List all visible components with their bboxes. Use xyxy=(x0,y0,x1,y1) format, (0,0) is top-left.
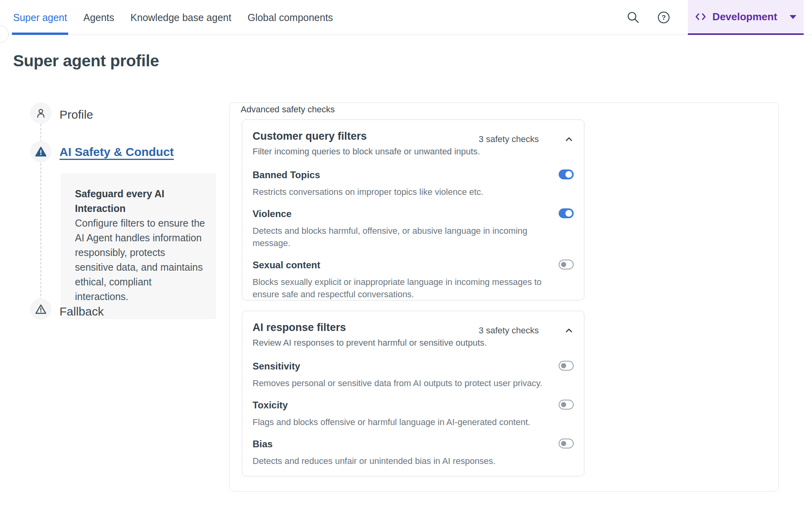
tab-knowledge-base-agent[interactable]: Knowledge base agent xyxy=(130,0,231,35)
filter-description: Detects and blocks harmful, offensive, o… xyxy=(253,225,560,249)
filter-name: Bias xyxy=(253,439,574,450)
card-ai-response-filters: AI response filters3 safety checksReview… xyxy=(242,311,584,476)
filter-name: Toxicity xyxy=(253,400,574,411)
toggle-sexual-content[interactable] xyxy=(559,260,574,269)
top-nav: Super agentAgentsKnowledge base agentGlo… xyxy=(0,0,812,35)
filter-row-toxicity: ToxicityFlags and blocks offensive or ha… xyxy=(253,400,574,428)
search-icon xyxy=(626,11,640,24)
filter-description: Flags and blocks offensive or harmful la… xyxy=(253,416,560,428)
filter-row-sensitivity: SensitivityRemoves personal or sensitive… xyxy=(253,361,574,389)
chevron-down-icon xyxy=(789,14,797,19)
filter-row-bias: BiasDetects and reduces unfair or uninte… xyxy=(253,439,574,467)
collapse-button[interactable] xyxy=(564,326,574,335)
environment-label: Development xyxy=(712,11,777,23)
card-header-right: 3 safety checks xyxy=(479,134,574,144)
filter-name: Sexual content xyxy=(253,260,574,271)
nav-icons: ? xyxy=(626,0,671,35)
safety-panel: Advanced safety checks Customer query fi… xyxy=(229,102,779,492)
step-profile-label[interactable]: Profile xyxy=(59,108,93,121)
toggle-banned-topics[interactable] xyxy=(559,169,574,179)
chevron-up-icon xyxy=(564,135,574,144)
filter-row-banned-topics: Banned TopicsRestricts conversations on … xyxy=(253,169,574,198)
toggle-knob xyxy=(561,262,566,267)
search-button[interactable] xyxy=(626,11,640,24)
toggle-knob xyxy=(565,171,572,178)
safety-checks-badge: 3 safety checks xyxy=(479,325,539,336)
toggle-knob xyxy=(561,402,566,407)
tab-label: Super agent xyxy=(13,12,67,23)
filter-name: Violence xyxy=(253,208,574,219)
step-profile-icon-circle[interactable] xyxy=(30,102,52,124)
warning-filled-icon xyxy=(35,146,47,158)
svg-text:?: ? xyxy=(662,14,666,21)
card-subtitle: Review AI responses to prevent harmful o… xyxy=(253,338,574,348)
card-subtitle: Filter incoming queries to block unsafe … xyxy=(253,146,574,157)
filter-description: Restricts conversations on improper topi… xyxy=(253,186,560,198)
filter-name: Sensitivity xyxy=(253,361,574,372)
warning-outline-icon xyxy=(35,303,47,315)
card-header: Customer query filters3 safety checks xyxy=(253,130,574,142)
toggle-knob xyxy=(561,363,566,368)
tab-super-agent[interactable]: Super agent xyxy=(13,0,67,35)
sidebar-collapse-handle[interactable] xyxy=(0,25,9,43)
step-info-box: Safeguard every AI Interaction Configure… xyxy=(61,173,216,319)
tab-label: Global components xyxy=(247,12,333,23)
card-customer-query-filters: Customer query filters3 safety checksFil… xyxy=(242,119,584,300)
filter-description: Removes personal or sensitive data from … xyxy=(253,377,560,389)
filter-description: Blocks sexually explicit or inappropriat… xyxy=(253,276,560,300)
help-button[interactable]: ? xyxy=(657,10,671,25)
filter-description: Detects and reduces unfair or unintended… xyxy=(253,455,560,467)
tab-bar: Super agentAgentsKnowledge base agentGlo… xyxy=(13,0,333,35)
tab-label: Knowledge base agent xyxy=(130,12,231,23)
code-icon xyxy=(695,12,707,21)
tab-agents[interactable]: Agents xyxy=(83,0,114,35)
collapse-button[interactable] xyxy=(564,135,574,144)
info-body: Configure filters to ensure the AI Agent… xyxy=(75,216,205,304)
help-icon: ? xyxy=(657,10,671,25)
toggle-toxicity[interactable] xyxy=(559,400,574,410)
person-icon xyxy=(35,108,46,119)
info-title: Safeguard every AI Interaction xyxy=(75,187,205,216)
step-ai-safety-link[interactable]: AI Safety & Conduct xyxy=(59,145,174,159)
step-ai-safety-icon-circle[interactable] xyxy=(30,141,52,162)
card-header-right: 3 safety checks xyxy=(479,325,574,336)
step-fallback-label[interactable]: Fallback xyxy=(59,305,104,318)
toggle-knob xyxy=(565,210,572,217)
tab-label: Agents xyxy=(83,12,114,23)
filter-rows: Banned TopicsRestricts conversations on … xyxy=(253,169,574,300)
toggle-knob xyxy=(561,441,566,446)
active-tab-underline xyxy=(12,33,68,35)
toggle-sensitivity[interactable] xyxy=(559,361,574,371)
filter-row-sexual-content: Sexual contentBlocks sexually explicit o… xyxy=(253,260,574,300)
chevron-up-icon xyxy=(564,326,574,335)
filter-name: Banned Topics xyxy=(253,169,574,181)
filter-row-violence: ViolenceDetects and blocks harmful, offe… xyxy=(253,208,574,249)
environment-selector[interactable]: Development xyxy=(688,0,804,35)
tab-global-components[interactable]: Global components xyxy=(247,0,333,35)
toggle-violence[interactable] xyxy=(559,208,574,218)
section-label: Advanced safety checks xyxy=(241,104,335,115)
safety-checks-badge: 3 safety checks xyxy=(479,134,539,144)
page-title: Super agent profile xyxy=(13,52,159,70)
step-fallback-icon-circle[interactable] xyxy=(30,298,52,320)
toggle-bias[interactable] xyxy=(559,439,574,448)
filter-rows: SensitivityRemoves personal or sensitive… xyxy=(253,361,574,467)
card-header: AI response filters3 safety checks xyxy=(253,321,574,334)
